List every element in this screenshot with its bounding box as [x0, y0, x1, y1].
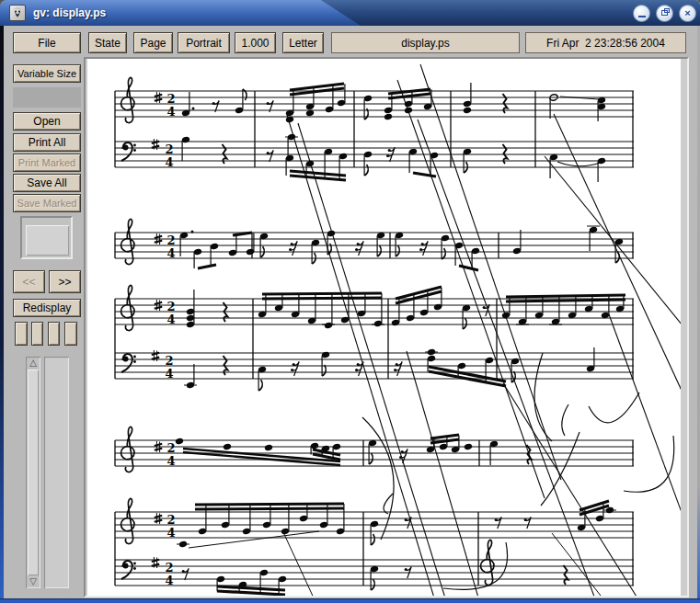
- timestamp-label: Fri Apr 2 23:28:56 2004: [525, 32, 686, 53]
- page-button[interactable]: Page: [133, 32, 173, 53]
- music-score-canvas: 2424242424242424: [87, 59, 681, 596]
- window-title: gv: display.ps: [33, 6, 106, 19]
- prev-page-button[interactable]: <<: [13, 270, 45, 293]
- page-list-panel[interactable]: [44, 357, 69, 588]
- print-marked-button: Print Marked: [13, 154, 81, 172]
- save-all-button[interactable]: Save All: [13, 174, 81, 192]
- gv-window: gv: display.ps × File State Page Portrai…: [0, 0, 700, 603]
- open-button[interactable]: Open: [13, 112, 81, 131]
- page-preview-panel: [20, 216, 73, 259]
- window-border-bottom[interactable]: [0, 598, 700, 603]
- marker-button-2[interactable]: [31, 322, 43, 346]
- scroll-down-icon[interactable]: ▽: [26, 576, 40, 587]
- svg-text:4: 4: [166, 526, 175, 540]
- next-page-button[interactable]: >>: [49, 270, 81, 293]
- filename-label: display.ps: [331, 32, 520, 53]
- file-button[interactable]: File: [13, 32, 81, 53]
- svg-text:2: 2: [165, 561, 173, 575]
- gv-app-icon[interactable]: [9, 5, 26, 21]
- gnu-head-icon: [10, 6, 25, 20]
- svg-text:2: 2: [165, 142, 173, 156]
- orientation-button[interactable]: Portrait: [178, 32, 230, 53]
- variable-size-button[interactable]: Variable Size: [13, 64, 81, 83]
- close-button[interactable]: ×: [679, 5, 696, 22]
- scroll-up-icon[interactable]: △: [26, 358, 40, 369]
- minimize-button[interactable]: [633, 5, 650, 22]
- svg-text:4: 4: [165, 155, 173, 169]
- svg-text:2: 2: [166, 92, 175, 106]
- marker-button-4[interactable]: [64, 322, 77, 346]
- restore-button[interactable]: [656, 5, 673, 22]
- restore-icon-front: [661, 10, 668, 16]
- redisplay-button[interactable]: Redisplay: [13, 299, 81, 317]
- titlebar[interactable]: gv: display.ps ×: [0, 0, 700, 26]
- svg-text:2: 2: [166, 513, 175, 527]
- svg-text:2: 2: [166, 233, 175, 247]
- svg-text:2: 2: [166, 441, 175, 455]
- marker-button-1[interactable]: [15, 322, 28, 346]
- page-preview-inner: [26, 225, 69, 256]
- svg-text:4: 4: [166, 454, 175, 468]
- state-button[interactable]: State: [88, 32, 127, 53]
- scrollbar-thumb[interactable]: [28, 370, 39, 575]
- size-display-panel: [13, 87, 81, 108]
- svg-text:4: 4: [166, 313, 175, 326]
- svg-text:4: 4: [166, 105, 175, 119]
- media-button[interactable]: Letter: [282, 32, 324, 53]
- document-viewport: 2424242424242424: [84, 57, 689, 597]
- vertical-scrollbar[interactable]: △ ▽: [26, 357, 40, 588]
- postscript-page[interactable]: 2424242424242424: [87, 59, 681, 596]
- minimize-icon: [638, 16, 646, 17]
- print-all-button[interactable]: Print All: [13, 133, 81, 152]
- marker-button-3[interactable]: [48, 322, 60, 346]
- svg-text:4: 4: [165, 574, 173, 587]
- scale-button[interactable]: 1.000: [235, 32, 276, 53]
- svg-text:2: 2: [165, 354, 173, 368]
- save-marked-button: Save Marked: [13, 194, 81, 212]
- svg-text:2: 2: [166, 300, 175, 313]
- svg-text:4: 4: [166, 246, 175, 260]
- window-border-left[interactable]: [0, 26, 4, 603]
- svg-text:4: 4: [165, 367, 173, 381]
